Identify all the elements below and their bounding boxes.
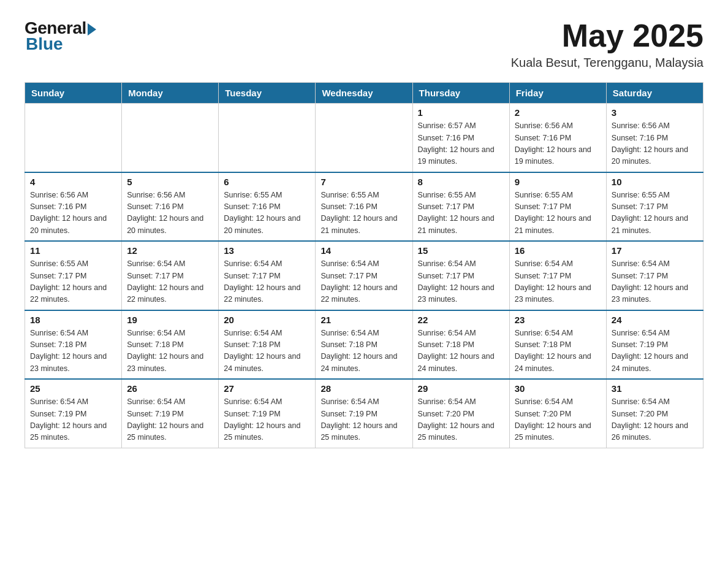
day-info: Sunrise: 6:55 AMSunset: 7:16 PMDaylight:… [224, 190, 310, 237]
day-number: 29 [418, 383, 504, 394]
day-info: Sunrise: 6:54 AMSunset: 7:17 PMDaylight:… [224, 258, 310, 306]
day-number: 14 [320, 245, 407, 256]
table-row: 7Sunrise: 6:55 AMSunset: 7:16 PMDaylight… [316, 172, 412, 242]
weekday-header-row: Sunday Monday Tuesday Wednesday Thursday… [25, 83, 703, 104]
day-info: Sunrise: 6:55 AMSunset: 7:17 PMDaylight:… [612, 190, 698, 237]
day-info: Sunrise: 6:56 AMSunset: 7:16 PMDaylight:… [515, 120, 601, 168]
table-row: 31Sunrise: 6:54 AMSunset: 7:20 PMDayligh… [606, 379, 703, 448]
day-info: Sunrise: 6:54 AMSunset: 7:18 PMDaylight:… [30, 327, 116, 375]
table-row: 9Sunrise: 6:55 AMSunset: 7:17 PMDaylight… [509, 172, 606, 242]
page-header: General Blue May 2025 Kuala Besut, Teren… [25, 18, 703, 70]
day-info: Sunrise: 6:54 AMSunset: 7:19 PMDaylight:… [320, 396, 407, 444]
table-row: 3Sunrise: 6:56 AMSunset: 7:16 PMDaylight… [606, 104, 703, 172]
day-info: Sunrise: 6:57 AMSunset: 7:16 PMDaylight:… [418, 120, 504, 168]
day-info: Sunrise: 6:54 AMSunset: 7:18 PMDaylight:… [127, 327, 213, 375]
header-saturday: Saturday [606, 83, 703, 104]
header-monday: Monday [122, 83, 219, 104]
day-info: Sunrise: 6:54 AMSunset: 7:18 PMDaylight:… [515, 327, 601, 375]
day-number: 16 [515, 245, 601, 256]
header-tuesday: Tuesday [219, 83, 316, 104]
day-number: 1 [418, 107, 504, 118]
table-row: 19Sunrise: 6:54 AMSunset: 7:18 PMDayligh… [122, 310, 219, 380]
calendar-week-row: 11Sunrise: 6:55 AMSunset: 7:17 PMDayligh… [25, 241, 703, 310]
day-info: Sunrise: 6:56 AMSunset: 7:16 PMDaylight:… [612, 120, 698, 168]
day-info: Sunrise: 6:54 AMSunset: 7:20 PMDaylight:… [612, 396, 698, 444]
table-row: 26Sunrise: 6:54 AMSunset: 7:19 PMDayligh… [122, 379, 219, 448]
day-number: 25 [30, 383, 116, 394]
day-info: Sunrise: 6:55 AMSunset: 7:17 PMDaylight:… [30, 258, 116, 306]
table-row: 13Sunrise: 6:54 AMSunset: 7:17 PMDayligh… [219, 241, 316, 310]
day-number: 6 [224, 177, 310, 187]
table-row: 6Sunrise: 6:55 AMSunset: 7:16 PMDaylight… [219, 172, 316, 242]
table-row: 21Sunrise: 6:54 AMSunset: 7:18 PMDayligh… [316, 310, 412, 380]
day-number: 10 [612, 177, 698, 187]
calendar-week-row: 18Sunrise: 6:54 AMSunset: 7:18 PMDayligh… [25, 310, 703, 380]
day-number: 4 [30, 177, 116, 187]
table-row [25, 104, 122, 172]
day-number: 9 [515, 177, 601, 187]
calendar-table: Sunday Monday Tuesday Wednesday Thursday… [25, 82, 703, 448]
calendar-week-row: 25Sunrise: 6:54 AMSunset: 7:19 PMDayligh… [25, 379, 703, 448]
table-row: 5Sunrise: 6:56 AMSunset: 7:16 PMDaylight… [122, 172, 219, 242]
table-row [122, 104, 219, 172]
calendar-week-row: 4Sunrise: 6:56 AMSunset: 7:16 PMDaylight… [25, 172, 703, 242]
table-row: 22Sunrise: 6:54 AMSunset: 7:18 PMDayligh… [412, 310, 509, 380]
day-number: 21 [320, 315, 407, 325]
table-row: 23Sunrise: 6:54 AMSunset: 7:18 PMDayligh… [509, 310, 606, 380]
day-info: Sunrise: 6:54 AMSunset: 7:18 PMDaylight:… [418, 327, 504, 375]
day-info: Sunrise: 6:55 AMSunset: 7:17 PMDaylight:… [515, 190, 601, 237]
table-row: 16Sunrise: 6:54 AMSunset: 7:17 PMDayligh… [509, 241, 606, 310]
day-info: Sunrise: 6:55 AMSunset: 7:17 PMDaylight:… [418, 190, 504, 237]
day-info: Sunrise: 6:54 AMSunset: 7:17 PMDaylight:… [127, 258, 213, 306]
day-info: Sunrise: 6:54 AMSunset: 7:17 PMDaylight:… [515, 258, 601, 306]
day-info: Sunrise: 6:54 AMSunset: 7:19 PMDaylight:… [30, 396, 116, 444]
title-area: May 2025 Kuala Besut, Terengganu, Malays… [511, 18, 703, 70]
table-row: 25Sunrise: 6:54 AMSunset: 7:19 PMDayligh… [25, 379, 122, 448]
table-row: 17Sunrise: 6:54 AMSunset: 7:17 PMDayligh… [606, 241, 703, 310]
table-row: 15Sunrise: 6:54 AMSunset: 7:17 PMDayligh… [412, 241, 509, 310]
table-row: 14Sunrise: 6:54 AMSunset: 7:17 PMDayligh… [316, 241, 412, 310]
day-number: 12 [127, 245, 213, 256]
day-number: 7 [320, 177, 407, 187]
table-row [316, 104, 412, 172]
table-row: 4Sunrise: 6:56 AMSunset: 7:16 PMDaylight… [25, 172, 122, 242]
day-info: Sunrise: 6:54 AMSunset: 7:17 PMDaylight:… [418, 258, 504, 306]
day-info: Sunrise: 6:55 AMSunset: 7:16 PMDaylight:… [320, 190, 407, 237]
table-row: 18Sunrise: 6:54 AMSunset: 7:18 PMDayligh… [25, 310, 122, 380]
day-number: 24 [612, 315, 698, 325]
day-number: 26 [127, 383, 213, 394]
table-row: 10Sunrise: 6:55 AMSunset: 7:17 PMDayligh… [606, 172, 703, 242]
header-wednesday: Wednesday [316, 83, 412, 104]
day-info: Sunrise: 6:54 AMSunset: 7:20 PMDaylight:… [418, 396, 504, 444]
header-thursday: Thursday [412, 83, 509, 104]
day-number: 28 [320, 383, 407, 394]
day-number: 19 [127, 315, 213, 325]
header-sunday: Sunday [25, 83, 122, 104]
table-row: 1Sunrise: 6:57 AMSunset: 7:16 PMDaylight… [412, 104, 509, 172]
day-number: 18 [30, 315, 116, 325]
day-number: 27 [224, 383, 310, 394]
day-number: 30 [515, 383, 601, 394]
logo-blue-text: Blue [26, 34, 63, 54]
month-title: May 2025 [511, 18, 703, 53]
day-number: 23 [515, 315, 601, 325]
day-info: Sunrise: 6:54 AMSunset: 7:20 PMDaylight:… [515, 396, 601, 444]
location-subtitle: Kuala Besut, Terengganu, Malaysia [511, 56, 703, 70]
table-row: 8Sunrise: 6:55 AMSunset: 7:17 PMDaylight… [412, 172, 509, 242]
day-number: 15 [418, 245, 504, 256]
day-number: 22 [418, 315, 504, 325]
day-number: 8 [418, 177, 504, 187]
calendar-week-row: 1Sunrise: 6:57 AMSunset: 7:16 PMDaylight… [25, 104, 703, 172]
header-friday: Friday [509, 83, 606, 104]
day-info: Sunrise: 6:54 AMSunset: 7:17 PMDaylight:… [320, 258, 407, 306]
table-row [219, 104, 316, 172]
day-number: 2 [515, 107, 601, 118]
day-info: Sunrise: 6:56 AMSunset: 7:16 PMDaylight:… [127, 190, 213, 237]
table-row: 29Sunrise: 6:54 AMSunset: 7:20 PMDayligh… [412, 379, 509, 448]
table-row: 24Sunrise: 6:54 AMSunset: 7:19 PMDayligh… [606, 310, 703, 380]
day-info: Sunrise: 6:54 AMSunset: 7:18 PMDaylight:… [224, 327, 310, 375]
table-row: 27Sunrise: 6:54 AMSunset: 7:19 PMDayligh… [219, 379, 316, 448]
day-info: Sunrise: 6:54 AMSunset: 7:19 PMDaylight:… [612, 327, 698, 375]
logo-arrow-icon [88, 23, 96, 36]
day-info: Sunrise: 6:54 AMSunset: 7:19 PMDaylight:… [127, 396, 213, 444]
